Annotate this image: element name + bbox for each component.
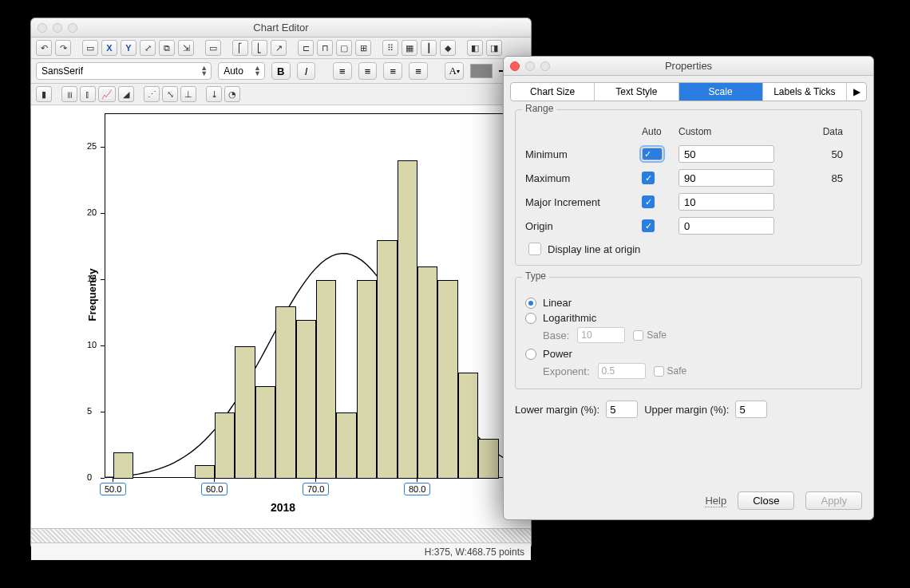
frame-icon[interactable]: ▭ <box>82 40 98 56</box>
area-chart-icon[interactable]: ◢ <box>118 86 134 102</box>
apply-button[interactable]: Apply <box>805 491 862 510</box>
maximum-auto-checkbox[interactable]: ✓ <box>642 172 655 184</box>
minimum-auto-checkbox[interactable]: ✓ <box>642 148 663 160</box>
display-origin-checkbox[interactable] <box>528 243 541 255</box>
histogram-bar[interactable] <box>113 452 133 479</box>
increment-custom-input[interactable] <box>679 193 774 211</box>
tab-labels-ticks[interactable]: Labels & Ticks <box>763 83 847 101</box>
histogram-bar[interactable] <box>336 412 356 479</box>
logarithmic-radio[interactable] <box>525 313 536 324</box>
tabs-overflow-button[interactable]: ▶ <box>847 83 866 101</box>
line-chart-icon[interactable]: 📈 <box>98 86 116 102</box>
legend-right-icon[interactable]: ◨ <box>486 40 502 56</box>
tab-scale[interactable]: Scale <box>679 83 763 101</box>
minimize-icon[interactable] <box>525 61 535 71</box>
text-color-button[interactable]: A▾ <box>445 62 464 80</box>
italic-button[interactable]: I <box>297 62 316 80</box>
scatter-icon[interactable]: ⋰ <box>144 86 160 102</box>
close-button[interactable]: Close <box>738 491 794 510</box>
origin-auto-checkbox[interactable]: ✓ <box>642 219 655 232</box>
upper-margin-input[interactable] <box>735 401 767 418</box>
bar-icon[interactable]: ⫼ <box>61 86 77 102</box>
increment-auto-checkbox[interactable]: ✓ <box>642 195 655 208</box>
histogram-bar[interactable] <box>398 160 417 479</box>
font-size-select[interactable]: Auto ▲▼ <box>218 62 265 80</box>
close-icon[interactable] <box>510 61 520 71</box>
undo-button[interactable]: ↶ <box>36 40 52 56</box>
linear-radio[interactable] <box>525 298 536 309</box>
maximum-custom-input[interactable] <box>679 169 774 187</box>
drop-line-icon[interactable]: ⤓ <box>206 86 222 102</box>
x-tick-label[interactable]: 80.0 <box>404 483 430 495</box>
help-link[interactable]: Help <box>705 495 726 507</box>
origin-custom-input[interactable] <box>679 217 774 235</box>
y-axis-button[interactable]: Y <box>121 40 136 56</box>
copy-button[interactable]: ⧉ <box>159 40 175 56</box>
panel-icon[interactable]: ⊞ <box>355 40 371 56</box>
histogram-bar[interactable] <box>316 280 336 479</box>
histogram-bar[interactable] <box>417 266 437 479</box>
histogram-bar[interactable] <box>478 439 498 479</box>
x-tick-label[interactable]: 50.0 <box>100 483 126 495</box>
bold-button[interactable]: B <box>271 62 291 80</box>
histogram-bar[interactable] <box>437 280 457 479</box>
lower-margin-input[interactable] <box>606 401 638 418</box>
frame-full-icon[interactable]: ▢ <box>336 40 352 56</box>
bar-chart-icon[interactable]: ▮ <box>36 86 52 102</box>
minimize-icon[interactable] <box>53 23 62 33</box>
fit-line-icon[interactable]: ↗ <box>271 40 287 56</box>
boxplot-icon[interactable]: ⊥ <box>180 86 196 102</box>
frame-u-icon[interactable]: ⊓ <box>317 40 333 56</box>
border-left-icon[interactable]: ⎡ <box>232 40 248 56</box>
power-radio[interactable] <box>525 349 536 360</box>
font-family-select[interactable]: SansSerif ▲▼ <box>36 62 212 80</box>
properties-titlebar[interactable]: Properties <box>504 57 873 76</box>
y-tick-label: 15 <box>87 274 97 283</box>
font-family-value: SansSerif <box>42 65 83 77</box>
transpose-button[interactable]: ⤢ <box>140 40 156 56</box>
tab-chart-size[interactable]: Chart Size <box>511 83 595 101</box>
histogram-bar[interactable] <box>195 465 215 479</box>
zoom-icon[interactable] <box>68 23 77 33</box>
histogram-bar[interactable] <box>215 412 235 479</box>
align-justify-button[interactable]: ≡ <box>409 62 428 80</box>
scatter-line-icon[interactable]: ⤡ <box>162 86 178 102</box>
chart-editor-titlebar[interactable]: Chart Editor <box>31 18 531 37</box>
x-tick-label[interactable]: 60.0 <box>201 483 228 495</box>
type-group: Type Linear Logarithmic Base: ✓Safe Powe… <box>515 277 862 389</box>
minimum-custom-input[interactable] <box>679 145 774 163</box>
histogram-bar[interactable] <box>255 386 275 479</box>
pie-chart-icon[interactable]: ◔ <box>224 86 240 102</box>
histogram-bar[interactable] <box>296 320 316 479</box>
grid-icon[interactable]: ▦ <box>402 40 417 56</box>
export-button[interactable]: ⇲ <box>178 40 194 56</box>
legend-left-icon[interactable]: ◧ <box>467 40 483 56</box>
marker-icon[interactable]: ◆ <box>440 40 456 56</box>
histogram-bar[interactable] <box>275 306 295 479</box>
histogram-bar[interactable] <box>235 346 255 479</box>
fill-color-swatch[interactable] <box>470 64 492 78</box>
vline-icon[interactable]: ┃ <box>421 40 437 56</box>
histogram-icon[interactable]: ⫿ <box>80 86 96 102</box>
grid-dots-icon[interactable]: ⠿ <box>382 40 398 56</box>
x-tick-label[interactable]: 70.0 <box>303 483 329 495</box>
border-bottom-icon[interactable]: ⎣ <box>251 40 267 56</box>
x-axis-button[interactable]: X <box>101 40 117 56</box>
histogram-bar[interactable] <box>377 240 397 479</box>
x-axis-label[interactable]: 2018 <box>271 501 295 514</box>
histogram-bar[interactable] <box>458 373 478 479</box>
chart-canvas[interactable]: Frequency 2018 Mean = 72.66 Std. Dev. = … <box>31 105 531 528</box>
data-label-button[interactable]: ▭ <box>205 40 221 56</box>
close-icon[interactable] <box>38 23 47 33</box>
histogram-bar[interactable] <box>357 280 377 479</box>
align-center-button[interactable]: ≡ <box>358 62 378 80</box>
frame-l-icon[interactable]: ⊏ <box>298 40 314 56</box>
redo-button[interactable]: ↷ <box>55 40 71 56</box>
chart-plot-area[interactable] <box>105 113 526 478</box>
align-right-button[interactable]: ≡ <box>383 62 402 80</box>
align-left-button[interactable]: ≡ <box>333 62 352 80</box>
status-text: H:375, W:468.75 points <box>425 547 524 558</box>
tab-text-style[interactable]: Text Style <box>595 83 679 101</box>
range-group: Range Auto Custom Data Minimum ✓ 50 Maxi… <box>515 109 862 266</box>
zoom-icon[interactable] <box>540 61 550 71</box>
